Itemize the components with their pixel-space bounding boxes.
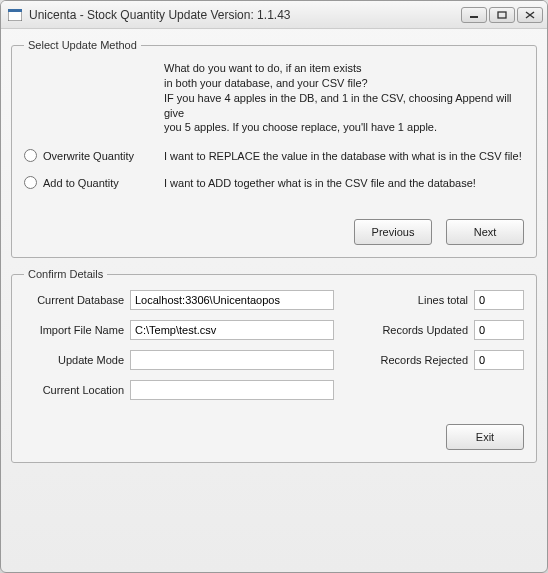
exit-button[interactable]: Exit <box>446 424 524 450</box>
current-database-input[interactable] <box>130 290 334 310</box>
maximize-icon <box>497 11 507 19</box>
confirm-details-group: Confirm Details Current Database Import … <box>11 268 537 463</box>
svg-rect-1 <box>8 9 22 12</box>
details-left-column: Current Database Import File Name Update… <box>24 290 334 400</box>
overwrite-radio[interactable] <box>24 149 37 162</box>
select-update-method-group: Select Update Method What do you want to… <box>11 39 537 258</box>
records-rejected-row: Records Rejected <box>344 350 524 370</box>
overwrite-description: I want to REPLACE the value in the datab… <box>164 150 522 162</box>
overwrite-radio-cell: Overwrite Quantity <box>24 149 164 162</box>
current-location-label: Current Location <box>24 384 124 396</box>
minimize-button[interactable] <box>461 7 487 23</box>
confirm-details-legend: Confirm Details <box>24 268 107 280</box>
update-mode-label: Update Mode <box>24 354 124 366</box>
main-window: Unicenta - Stock Quantity Update Version… <box>0 0 548 573</box>
maximize-button[interactable] <box>489 7 515 23</box>
update-mode-input[interactable] <box>130 350 334 370</box>
intro-line2: in both your database, and your CSV file… <box>164 77 368 89</box>
titlebar[interactable]: Unicenta - Stock Quantity Update Version… <box>1 1 547 29</box>
intro-text: What do you want to do, if an item exist… <box>164 61 524 135</box>
current-database-label: Current Database <box>24 294 124 306</box>
nav-buttons: Previous Next <box>24 219 524 245</box>
lines-total-row: Lines total <box>344 290 524 310</box>
add-radio[interactable] <box>24 176 37 189</box>
next-button[interactable]: Next <box>446 219 524 245</box>
close-icon <box>525 11 535 19</box>
records-updated-row: Records Updated <box>344 320 524 340</box>
records-updated-input[interactable] <box>474 320 524 340</box>
intro-line3: IF you have 4 apples in the DB, and 1 in… <box>164 92 512 119</box>
window-controls <box>461 7 543 23</box>
overwrite-label: Overwrite Quantity <box>43 150 134 162</box>
close-button[interactable] <box>517 7 543 23</box>
lines-total-input[interactable] <box>474 290 524 310</box>
select-update-method-legend: Select Update Method <box>24 39 141 51</box>
import-file-label: Import File Name <box>24 324 124 336</box>
intro-spacer <box>24 61 164 135</box>
add-radio-cell: Add to Quantity <box>24 176 164 189</box>
exit-row: Exit <box>24 424 524 450</box>
svg-rect-3 <box>498 12 506 18</box>
previous-button[interactable]: Previous <box>354 219 432 245</box>
minimize-icon <box>469 11 479 19</box>
intro-line4: you 5 apples. If you choose replace, you… <box>164 121 437 133</box>
intro-row: What do you want to do, if an item exist… <box>24 61 524 135</box>
records-rejected-label: Records Rejected <box>344 354 468 366</box>
client-area: Select Update Method What do you want to… <box>1 29 547 479</box>
import-file-input[interactable] <box>130 320 334 340</box>
current-location-input[interactable] <box>130 380 334 400</box>
lines-total-label: Lines total <box>344 294 468 306</box>
current-location-row: Current Location <box>24 380 334 400</box>
update-mode-row: Update Mode <box>24 350 334 370</box>
overwrite-row: Overwrite Quantity I want to REPLACE the… <box>24 149 524 162</box>
window-title: Unicenta - Stock Quantity Update Version… <box>29 8 461 22</box>
details-right-column: Lines total Records Updated Records Reje… <box>344 290 524 400</box>
import-file-row: Import File Name <box>24 320 334 340</box>
intro-line1: What do you want to do, if an item exist… <box>164 62 361 74</box>
records-updated-label: Records Updated <box>344 324 468 336</box>
svg-rect-0 <box>8 11 22 21</box>
app-icon <box>7 7 23 23</box>
add-description: I want to ADD together what is in the CS… <box>164 177 476 189</box>
records-rejected-input[interactable] <box>474 350 524 370</box>
add-row: Add to Quantity I want to ADD together w… <box>24 176 524 189</box>
add-label: Add to Quantity <box>43 177 119 189</box>
current-database-row: Current Database <box>24 290 334 310</box>
details-grid: Current Database Import File Name Update… <box>24 290 524 400</box>
